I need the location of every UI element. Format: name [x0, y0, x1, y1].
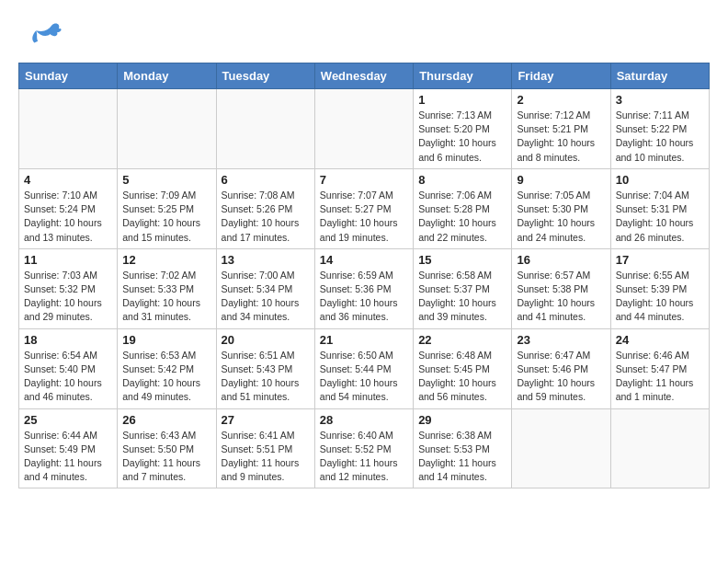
calendar-cell: 5Sunrise: 7:09 AMSunset: 5:25 PMDaylight…: [118, 168, 216, 248]
day-number: 20: [222, 333, 310, 347]
day-number: 28: [320, 413, 408, 427]
calendar-cell: 22Sunrise: 6:48 AMSunset: 5:45 PMDayligh…: [414, 328, 512, 408]
day-number: 29: [418, 413, 506, 427]
calendar-cell: 28Sunrise: 6:40 AMSunset: 5:52 PMDayligh…: [314, 408, 413, 488]
calendar-cell: [216, 89, 314, 169]
day-number: 4: [24, 173, 112, 187]
day-number: 3: [616, 93, 704, 107]
calendar-cell: 25Sunrise: 6:44 AMSunset: 5:49 PMDayligh…: [19, 408, 118, 488]
calendar-week-row: 1Sunrise: 7:13 AMSunset: 5:20 PMDaylight…: [19, 89, 710, 169]
weekday-header-friday: Friday: [512, 63, 610, 89]
day-number: 24: [616, 333, 704, 347]
day-number: 19: [122, 333, 210, 347]
day-number: 2: [517, 93, 605, 107]
day-info: Sunrise: 7:07 AMSunset: 5:27 PMDaylight:…: [320, 189, 408, 245]
calendar-cell: 27Sunrise: 6:41 AMSunset: 5:51 PMDayligh…: [216, 408, 314, 488]
day-info: Sunrise: 6:53 AMSunset: 5:42 PMDaylight:…: [122, 349, 210, 405]
calendar-cell: 26Sunrise: 6:43 AMSunset: 5:50 PMDayligh…: [118, 408, 216, 488]
day-info: Sunrise: 6:44 AMSunset: 5:49 PMDaylight:…: [24, 429, 112, 485]
day-info: Sunrise: 6:51 AMSunset: 5:43 PMDaylight:…: [222, 349, 310, 405]
day-info: Sunrise: 7:04 AMSunset: 5:31 PMDaylight:…: [616, 189, 704, 245]
day-number: 15: [418, 253, 506, 267]
calendar-cell: [610, 408, 709, 488]
day-info: Sunrise: 6:58 AMSunset: 5:37 PMDaylight:…: [418, 269, 506, 325]
calendar-cell: 3Sunrise: 7:11 AMSunset: 5:22 PMDaylight…: [610, 89, 709, 169]
day-info: Sunrise: 7:10 AMSunset: 5:24 PMDaylight:…: [24, 189, 112, 245]
calendar-cell: 24Sunrise: 6:46 AMSunset: 5:47 PMDayligh…: [610, 328, 709, 408]
day-number: 13: [222, 253, 310, 267]
day-info: Sunrise: 6:46 AMSunset: 5:47 PMDaylight:…: [616, 349, 704, 405]
day-info: Sunrise: 6:48 AMSunset: 5:45 PMDaylight:…: [418, 349, 506, 405]
weekday-header-saturday: Saturday: [610, 63, 709, 89]
day-info: Sunrise: 7:05 AMSunset: 5:30 PMDaylight:…: [517, 189, 605, 245]
calendar-week-row: 25Sunrise: 6:44 AMSunset: 5:49 PMDayligh…: [19, 408, 710, 488]
calendar-cell: 6Sunrise: 7:08 AMSunset: 5:26 PMDaylight…: [216, 168, 314, 248]
calendar-cell: [19, 89, 118, 169]
day-number: 7: [320, 173, 408, 187]
weekday-header-monday: Monday: [118, 63, 216, 89]
day-info: Sunrise: 6:57 AMSunset: 5:38 PMDaylight:…: [517, 269, 605, 325]
day-info: Sunrise: 7:00 AMSunset: 5:34 PMDaylight:…: [222, 269, 310, 325]
calendar-cell: [314, 89, 413, 169]
weekday-header-sunday: Sunday: [19, 63, 118, 89]
day-number: 25: [24, 413, 112, 427]
calendar-cell: 15Sunrise: 6:58 AMSunset: 5:37 PMDayligh…: [414, 248, 512, 328]
weekday-header-tuesday: Tuesday: [216, 63, 314, 89]
calendar-cell: 23Sunrise: 6:47 AMSunset: 5:46 PMDayligh…: [512, 328, 610, 408]
calendar-cell: 21Sunrise: 6:50 AMSunset: 5:44 PMDayligh…: [314, 328, 413, 408]
calendar-cell: 11Sunrise: 7:03 AMSunset: 5:32 PMDayligh…: [19, 248, 118, 328]
calendar-week-row: 18Sunrise: 6:54 AMSunset: 5:40 PMDayligh…: [19, 328, 710, 408]
calendar-cell: 19Sunrise: 6:53 AMSunset: 5:42 PMDayligh…: [118, 328, 216, 408]
day-info: Sunrise: 6:50 AMSunset: 5:44 PMDaylight:…: [320, 349, 408, 405]
day-info: Sunrise: 7:11 AMSunset: 5:22 PMDaylight:…: [616, 109, 704, 165]
calendar-cell: 16Sunrise: 6:57 AMSunset: 5:38 PMDayligh…: [512, 248, 610, 328]
day-info: Sunrise: 7:06 AMSunset: 5:28 PMDaylight:…: [418, 189, 506, 245]
calendar-cell: 1Sunrise: 7:13 AMSunset: 5:20 PMDaylight…: [414, 89, 512, 169]
calendar-cell: 17Sunrise: 6:55 AMSunset: 5:39 PMDayligh…: [610, 248, 709, 328]
day-info: Sunrise: 6:55 AMSunset: 5:39 PMDaylight:…: [616, 269, 704, 325]
day-number: 18: [24, 333, 112, 347]
day-info: Sunrise: 7:08 AMSunset: 5:26 PMDaylight:…: [222, 189, 310, 245]
day-info: Sunrise: 7:02 AMSunset: 5:33 PMDaylight:…: [122, 269, 210, 325]
day-number: 17: [616, 253, 704, 267]
calendar-cell: [512, 408, 610, 488]
weekday-header-wednesday: Wednesday: [314, 63, 413, 89]
calendar-cell: 7Sunrise: 7:07 AMSunset: 5:27 PMDaylight…: [314, 168, 413, 248]
calendar-cell: 2Sunrise: 7:12 AMSunset: 5:21 PMDaylight…: [512, 89, 610, 169]
calendar-cell: 8Sunrise: 7:06 AMSunset: 5:28 PMDaylight…: [414, 168, 512, 248]
weekday-header-thursday: Thursday: [414, 63, 512, 89]
calendar-cell: 4Sunrise: 7:10 AMSunset: 5:24 PMDaylight…: [19, 168, 118, 248]
calendar-cell: 14Sunrise: 6:59 AMSunset: 5:36 PMDayligh…: [314, 248, 413, 328]
day-number: 9: [517, 173, 605, 187]
day-info: Sunrise: 6:54 AMSunset: 5:40 PMDaylight:…: [24, 349, 112, 405]
day-info: Sunrise: 7:03 AMSunset: 5:32 PMDaylight:…: [24, 269, 112, 325]
day-info: Sunrise: 6:47 AMSunset: 5:46 PMDaylight:…: [517, 349, 605, 405]
day-number: 8: [418, 173, 506, 187]
page-header: [18, 18, 710, 53]
calendar-cell: 9Sunrise: 7:05 AMSunset: 5:30 PMDaylight…: [512, 168, 610, 248]
day-number: 26: [122, 413, 210, 427]
calendar-cell: 13Sunrise: 7:00 AMSunset: 5:34 PMDayligh…: [216, 248, 314, 328]
day-info: Sunrise: 7:12 AMSunset: 5:21 PMDaylight:…: [517, 109, 605, 165]
calendar-cell: 18Sunrise: 6:54 AMSunset: 5:40 PMDayligh…: [19, 328, 118, 408]
day-number: 5: [122, 173, 210, 187]
day-info: Sunrise: 6:59 AMSunset: 5:36 PMDaylight:…: [320, 269, 408, 325]
logo: [18, 18, 64, 53]
day-number: 6: [222, 173, 310, 187]
weekday-header-row: SundayMondayTuesdayWednesdayThursdayFrid…: [19, 63, 710, 89]
calendar-cell: 20Sunrise: 6:51 AMSunset: 5:43 PMDayligh…: [216, 328, 314, 408]
calendar-cell: [118, 89, 216, 169]
day-info: Sunrise: 6:40 AMSunset: 5:52 PMDaylight:…: [320, 429, 408, 485]
day-info: Sunrise: 7:09 AMSunset: 5:25 PMDaylight:…: [122, 189, 210, 245]
calendar-week-row: 11Sunrise: 7:03 AMSunset: 5:32 PMDayligh…: [19, 248, 710, 328]
day-info: Sunrise: 6:41 AMSunset: 5:51 PMDaylight:…: [222, 429, 310, 485]
day-number: 1: [418, 93, 506, 107]
day-number: 23: [517, 333, 605, 347]
logo-bird-icon: [18, 18, 63, 53]
calendar-week-row: 4Sunrise: 7:10 AMSunset: 5:24 PMDaylight…: [19, 168, 710, 248]
day-number: 16: [517, 253, 605, 267]
day-info: Sunrise: 6:38 AMSunset: 5:53 PMDaylight:…: [418, 429, 506, 485]
day-info: Sunrise: 6:43 AMSunset: 5:50 PMDaylight:…: [122, 429, 210, 485]
calendar-table: SundayMondayTuesdayWednesdayThursdayFrid…: [18, 63, 710, 488]
day-number: 10: [616, 173, 704, 187]
